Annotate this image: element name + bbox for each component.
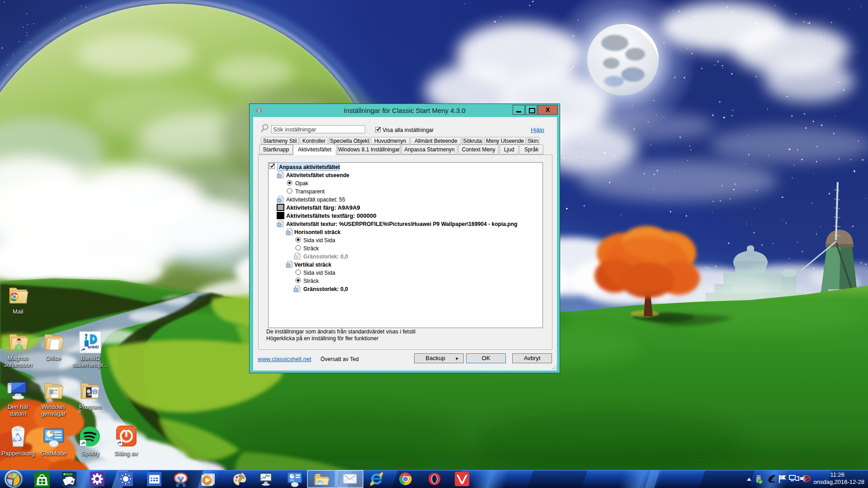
svg-text:11:26: 11:26 — [830, 471, 844, 478]
svg-text:onsdag,2016-12-28: onsdag,2016-12-28 — [813, 479, 864, 485]
svg-text:ankID: ankID — [88, 345, 99, 349]
